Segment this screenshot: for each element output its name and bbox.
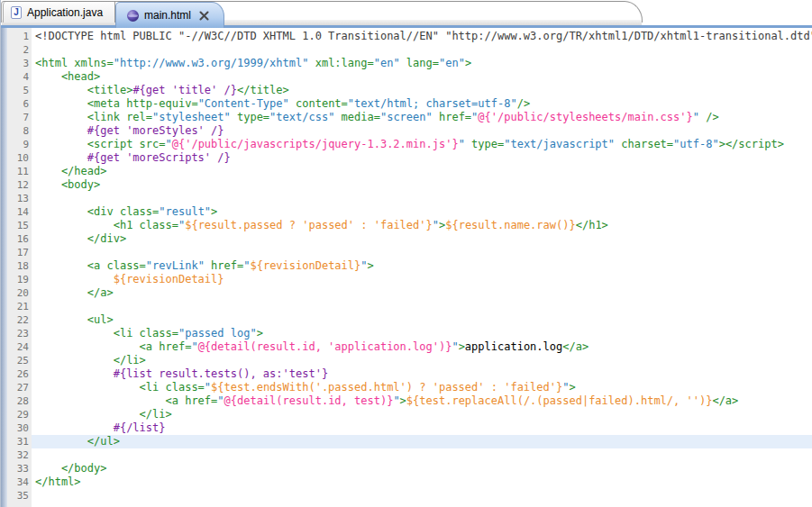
code-line[interactable]: 17 (7, 246, 812, 259)
code-editor: 1<!DOCTYPE html PUBLIC "-//W3C//DTD XHTM… (1, 28, 812, 507)
code-line[interactable]: 20 </a> (7, 286, 812, 300)
code-line[interactable]: 26 #{list result.tests(), as:'test'} (7, 367, 812, 381)
annotation-ruler[interactable] (1, 28, 7, 507)
line-number: 19 (7, 273, 32, 286)
code-line[interactable]: 23 <li class="passed log"> (7, 327, 812, 340)
code-line[interactable]: 14 <div class="result"> (7, 205, 812, 219)
line-number: 23 (7, 327, 32, 340)
code-line[interactable]: 32 (7, 448, 812, 462)
code-text: <html xmlns="http://www.w3.org/1999/xhtm… (32, 57, 812, 70)
code-line[interactable]: 12 <body> (7, 178, 812, 192)
code-line[interactable]: 33 </body> (7, 462, 812, 475)
line-number: 26 (7, 367, 32, 381)
code-text: </a> (32, 286, 812, 300)
tab-label: main.html (144, 9, 191, 22)
code-text (32, 448, 812, 462)
line-number: 24 (7, 340, 32, 354)
code-text: <title>#{get 'title' /}</title> (32, 84, 812, 97)
code-text (32, 246, 812, 259)
line-number: 3 (7, 57, 32, 70)
line-number: 22 (7, 313, 32, 327)
code-line[interactable]: 2 (7, 43, 812, 57)
code-text (32, 300, 812, 313)
code-line[interactable]: 3<html xmlns="http://www.w3.org/1999/xht… (7, 57, 812, 70)
code-line[interactable]: 4 <head> (7, 70, 812, 84)
code-text: </li> (32, 354, 812, 367)
html-file-icon (127, 10, 139, 22)
line-number: 17 (7, 246, 32, 259)
line-number: 6 (7, 97, 32, 111)
code-line[interactable]: 18 <a class="revLink" href="${revisionDe… (7, 259, 812, 273)
code-line[interactable]: 22 <ul> (7, 313, 812, 327)
code-line[interactable]: 30 #{/list} (7, 421, 812, 435)
code-text: ${revisionDetail} (32, 273, 812, 286)
code-line[interactable]: 21 (7, 300, 812, 313)
code-text (32, 43, 812, 57)
editor-tab-bar: J Application.java main.html (1, 0, 812, 28)
code-line[interactable]: 5 <title>#{get 'title' /}</title> (7, 84, 812, 97)
code-line[interactable]: 31 </ul> (7, 435, 812, 448)
code-text: <ul> (32, 313, 812, 327)
line-number: 12 (7, 178, 32, 192)
tab-label: Application.java (27, 6, 103, 19)
tab-main-html[interactable]: main.html (115, 2, 224, 28)
code-text (32, 489, 812, 502)
code-line[interactable]: 15 <h1 class="${result.passed ? 'passed'… (7, 219, 812, 232)
line-number: 14 (7, 205, 32, 219)
code-line[interactable]: 27 <li class="${test.endsWith('.passed.h… (7, 381, 812, 394)
code-text: </div> (32, 232, 812, 246)
line-number: 4 (7, 70, 32, 84)
java-file-icon: J (11, 6, 22, 19)
code-text: #{get 'moreStyles' /} (32, 124, 812, 138)
line-number: 13 (7, 192, 32, 205)
line-number: 33 (7, 462, 32, 475)
code-line[interactable]: 25 </li> (7, 354, 812, 367)
code-text: <script src="@{'/public/javascripts/jque… (32, 138, 812, 151)
code-text (32, 192, 812, 205)
code-text: </body> (32, 462, 812, 475)
line-number: 10 (7, 151, 32, 165)
line-number: 30 (7, 421, 32, 435)
code-text: <h1 class="${result.passed ? 'passed' : … (32, 219, 812, 232)
code-line[interactable]: 24 <a href="@{detail(result.id, 'applica… (7, 340, 812, 354)
code-line[interactable]: 10 #{get 'moreScripts' /} (7, 151, 812, 165)
line-number: 1 (7, 30, 32, 43)
line-number: 18 (7, 259, 32, 273)
code-line[interactable]: 9 <script src="@{'/public/javascripts/jq… (7, 138, 812, 151)
code-text: <body> (32, 178, 812, 192)
code-text: </head> (32, 165, 812, 178)
line-number: 5 (7, 84, 32, 97)
line-number: 31 (7, 435, 32, 448)
code-line[interactable]: 11 </head> (7, 165, 812, 178)
code-line[interactable]: 7 <link rel="stylesheet" type="text/css"… (7, 111, 812, 124)
code-line[interactable]: 1<!DOCTYPE html PUBLIC "-//W3C//DTD XHTM… (7, 30, 812, 43)
line-number: 7 (7, 111, 32, 124)
code-line[interactable]: 6 <meta http-equiv="Content-Type" conten… (7, 97, 812, 111)
code-text: </li> (32, 408, 812, 421)
eclipse-editor-window: J Application.java main.html 1<!DOCTYPE … (0, 0, 812, 507)
code-line[interactable]: 34</html> (7, 475, 812, 489)
line-number: 2 (7, 43, 32, 57)
code-line[interactable]: 16 </div> (7, 232, 812, 246)
code-text: #{get 'moreScripts' /} (32, 151, 812, 165)
code-text: #{list result.tests(), as:'test'} (32, 367, 812, 381)
close-icon[interactable] (199, 11, 209, 21)
code-area[interactable]: 1<!DOCTYPE html PUBLIC "-//W3C//DTD XHTM… (7, 28, 812, 502)
line-number: 16 (7, 232, 32, 246)
code-text: <a href="@{detail(result.id, test)}">${t… (32, 394, 812, 408)
code-text: </ul> (32, 435, 812, 448)
code-text: <a href="@{detail(result.id, 'applicatio… (32, 340, 812, 354)
line-number: 20 (7, 286, 32, 300)
code-line[interactable]: 29 </li> (7, 408, 812, 421)
line-number: 28 (7, 394, 32, 408)
code-line[interactable]: 35 (7, 489, 812, 502)
tab-application-java[interactable]: J Application.java (3, 2, 115, 23)
code-text: <link rel="stylesheet" type="text/css" m… (32, 111, 812, 124)
code-line[interactable]: 13 (7, 192, 812, 205)
line-number: 29 (7, 408, 32, 421)
code-line[interactable]: 19 ${revisionDetail} (7, 273, 812, 286)
line-number: 27 (7, 381, 32, 394)
code-line[interactable]: 28 <a href="@{detail(result.id, test)}">… (7, 394, 812, 408)
code-line[interactable]: 8 #{get 'moreStyles' /} (7, 124, 812, 138)
code-text: <div class="result"> (32, 205, 812, 219)
